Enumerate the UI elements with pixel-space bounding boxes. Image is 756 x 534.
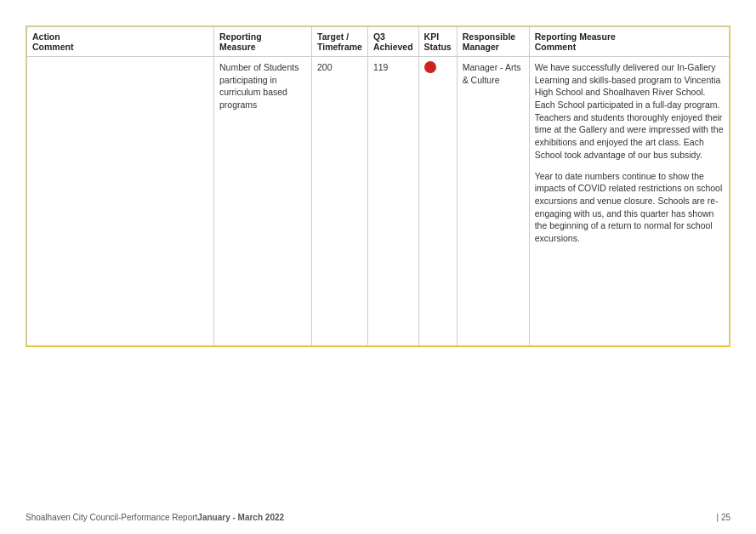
cell-responsible: Manager - Arts & Culture bbox=[457, 57, 529, 346]
cell-reporting-measure: Number of Students participating in curr… bbox=[214, 57, 312, 346]
header-row: ActionComment ReportingMeasure Target /T… bbox=[27, 27, 730, 57]
reporting-measure-text: Number of Students participating in curr… bbox=[219, 62, 298, 110]
cell-target: 200 bbox=[312, 57, 368, 346]
main-table-wrapper: ActionComment ReportingMeasure Target /T… bbox=[26, 26, 730, 347]
responsible-manager-text: Manager - Arts & Culture bbox=[463, 62, 521, 85]
footer-brand-name: Shoalhaven City Council bbox=[26, 513, 118, 522]
footer-period: January - March 2022 bbox=[197, 513, 284, 522]
target-value: 200 bbox=[317, 62, 333, 72]
cell-kpi bbox=[418, 57, 457, 346]
col-header-target: Target /Timeframe bbox=[312, 27, 368, 57]
table-row: Number of Students participating in curr… bbox=[27, 57, 730, 346]
cell-comment: We have successfully delivered our In-Ga… bbox=[529, 57, 729, 346]
col-header-kpi: KPIStatus bbox=[418, 27, 457, 57]
page-footer: Shoalhaven City Council - Performance Re… bbox=[26, 513, 730, 522]
comment-paragraph-2: Year to date numbers continue to show th… bbox=[535, 170, 724, 245]
cell-action bbox=[27, 57, 214, 346]
comment-paragraph-1: We have successfully delivered our In-Ga… bbox=[535, 61, 724, 162]
col-header-comment: Reporting MeasureComment bbox=[529, 27, 729, 57]
main-table: ActionComment ReportingMeasure Target /T… bbox=[26, 26, 730, 346]
page-container: ActionComment ReportingMeasure Target /T… bbox=[0, 0, 756, 534]
footer-branding: Shoalhaven City Council - Performance Re… bbox=[26, 513, 284, 522]
col-header-q3: Q3Achieved bbox=[367, 27, 418, 57]
kpi-status-dot bbox=[424, 61, 436, 73]
footer-report-label: Performance Report bbox=[121, 513, 197, 522]
col-header-reporting: ReportingMeasure bbox=[214, 27, 312, 57]
footer-page-number: | 25 bbox=[717, 513, 731, 522]
cell-q3: 119 bbox=[367, 57, 418, 346]
q3-value: 119 bbox=[373, 62, 389, 72]
col-header-action: ActionComment bbox=[27, 27, 214, 57]
col-header-responsible: ResponsibleManager bbox=[457, 27, 529, 57]
